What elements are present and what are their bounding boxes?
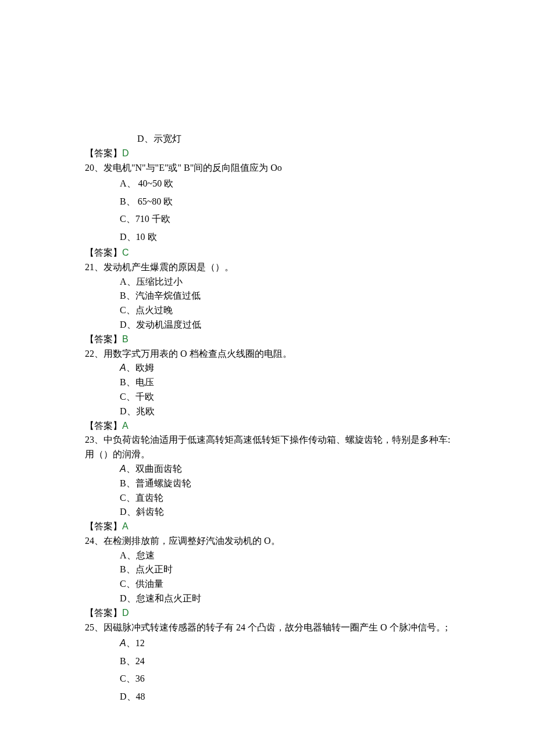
q24-stem: 24、在检测排放前，应调整好汽油发动机的 O。 [85,534,483,549]
q20-option-a-text: A、 40~50 欧 [120,178,173,188]
q22-option-d: D、兆欧 [85,404,483,419]
answer-label: 【答案】 [85,521,122,531]
q23-stem-text1: 23、中负荷齿轮油适用于低速高转矩高速低转矩下操作传动箱、螺旋齿轮，特别是多种车… [85,435,450,445]
q25-stem-text: 25、因磁脉冲式转速传感器的转子有 24 个凸齿，故分电器轴转一圈产生 O 个脉… [85,622,448,632]
q19-option-d: D、示宽灯 [85,132,483,146]
q21-option-c-text: C、点火过晚 [120,305,173,315]
q22-option-c-text: C、千欧 [120,392,154,402]
q24-option-d: D、怠速和点火正时 [85,592,483,606]
answer-label: 【答案】 [85,248,122,257]
q25-option-c-text: C、36 [120,673,145,683]
q21-option-a: A、压缩比过小 [85,275,483,289]
q20-option-d: D、10 欧 [85,228,483,246]
q22-answer: 【答案】A [85,419,483,433]
q19-option-d-text: D、示宽灯 [137,134,181,144]
q20-option-b-text: B、 65~80 欧 [120,196,173,206]
q24-option-a: A、怠速 [85,549,483,563]
q23-stem-text2: 用（）的润滑。 [85,449,150,459]
q25-option-c: C、36 [85,670,483,687]
q25-option-b: B、24 [85,653,483,670]
q24-option-c: C、供油量 [85,577,483,592]
q22-stem: 22、用数字式万用表的 O 档检查点火线圈的电阻。 [85,347,483,361]
q25-stem: 25、因磁脉冲式转速传感器的转子有 24 个凸齿，故分电器轴转一圈产生 O 个脉… [85,621,483,635]
answer-label: 【答案】 [85,421,122,431]
q22-option-b: B、电压 [85,375,483,390]
q22-option-a-letter: A [120,363,126,372]
answer-value: A [122,421,129,431]
q20-option-a: A、 40~50 欧 [85,175,483,192]
q22-option-c: C、千欧 [85,390,483,404]
q25-option-b-text: B、24 [120,656,145,666]
answer-value: D [122,608,129,618]
q23-option-a-rest: 、双曲面齿轮 [126,464,182,474]
q24-option-b: B、点火正时 [85,562,483,577]
q21-option-b: B、汽油辛烷值过低 [85,289,483,303]
q23-stem-line1: 23、中负荷齿轮油适用于低速高转矩高速低转矩下操作传动箱、螺旋齿轮，特别是多种车… [85,433,483,447]
q19-answer: 【答案】D [85,146,483,161]
q23-option-a-letter: A [120,464,126,474]
q23-option-a: A、双曲面齿轮 [85,462,483,476]
q23-answer: 【答案】A [85,519,483,534]
q20-option-b: B、 65~80 欧 [85,193,483,210]
document-page: D、示宽灯 【答案】D 20、发电机"N"与"E"或" B"间的反向阻值应为 O… [0,0,535,756]
q23-option-d-text: D、斜齿轮 [120,507,164,517]
q23-option-d: D、斜齿轮 [85,505,483,519]
q25-option-d: D、48 [85,688,483,705]
q24-option-c-text: C、供油量 [120,579,163,589]
q20-stem: 20、发电机"N"与"E"或" B"间的反向阻值应为 Oo [85,161,483,175]
q25-option-a-rest: 、12 [126,638,145,648]
content-block: D、示宽灯 【答案】D 20、发电机"N"与"E"或" B"间的反向阻值应为 O… [0,132,535,705]
answer-value: D [122,148,129,158]
q24-stem-text: 24、在检测排放前，应调整好汽油发动机的 O。 [85,536,280,546]
q21-stem-text: 21、发动机产生爆震的原因是（）。 [85,262,234,272]
q20-option-d-text: D、10 欧 [120,232,157,242]
q20-option-c: C、710 千欧 [85,210,483,228]
answer-label: 【答案】 [85,608,122,618]
q23-stem-line2: 用（）的润滑。 [85,447,483,462]
answer-value: C [122,248,129,257]
q24-option-a-text: A、怠速 [120,550,155,560]
q20-stem-text: 20、发电机"N"与"E"或" B"间的反向阻值应为 Oo [85,163,282,173]
q21-option-b-text: B、汽油辛烷值过低 [120,291,201,300]
q24-option-b-text: B、点火正时 [120,564,173,574]
q21-option-a-text: A、压缩比过小 [120,277,183,286]
q21-option-c: C、点火过晚 [85,303,483,318]
q21-answer: 【答案】B [85,332,483,347]
answer-value: B [122,334,129,344]
q21-option-d-text: D、发动机温度过低 [120,320,201,329]
q23-option-c-text: C、直齿轮 [120,493,163,503]
q22-option-d-text: D、兆欧 [120,406,155,416]
q20-option-c-text: C、710 千欧 [120,214,170,224]
q22-stem-text: 22、用数字式万用表的 O 档检查点火线圈的电阻。 [85,349,292,359]
answer-value: A [122,521,129,531]
q22-option-a: A、欧姆 [85,361,483,375]
answer-label: 【答案】 [85,334,122,344]
q22-option-a-rest: 、欧姆 [126,363,154,372]
q24-option-d-text: D、怠速和点火正时 [120,593,201,603]
q24-answer: 【答案】D [85,606,483,621]
q25-option-d-text: D、48 [120,691,145,701]
q23-option-b-text: B、普通螺旋齿轮 [120,478,191,488]
q23-option-b: B、普通螺旋齿轮 [85,476,483,491]
q21-option-d: D、发动机温度过低 [85,318,483,332]
q23-option-c: C、直齿轮 [85,491,483,506]
q21-stem: 21、发动机产生爆震的原因是（）。 [85,260,483,275]
q25-option-a: A、12 [85,635,483,652]
q25-option-a-letter: A [120,638,126,648]
q22-option-b-text: B、电压 [120,377,154,387]
answer-label: 【答案】 [85,148,122,158]
q20-answer: 【答案】C [85,246,483,260]
